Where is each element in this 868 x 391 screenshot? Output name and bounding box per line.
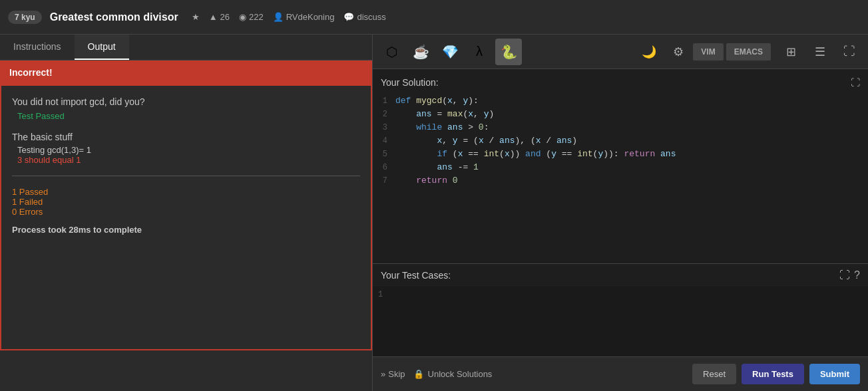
test1-status: Test Passed [17, 111, 360, 121]
page-title: Greatest common divisor [50, 11, 178, 23]
left-panel: Instructions Output Incorrect! You did n… [0, 35, 373, 391]
right-panel: ⬡ ☕ 💎 λ 🐍 🌙 ⚙ VIM EMACS ⊞ ☰ ⛶ Your Solut [373, 35, 868, 391]
test-cases-label: Your Test Cases: [381, 270, 451, 281]
fullscreen-icon[interactable]: ⛶ [836, 39, 863, 65]
run-tests-button[interactable]: Run Tests [742, 364, 804, 384]
line-content-2: ans = max(x, y) [395, 109, 494, 119]
unlock-label: Unlock Solutions [428, 369, 493, 379]
output-area: Incorrect! You did not import gcd, did y… [0, 61, 372, 391]
upvote-item: ▲ 26 [209, 12, 230, 22]
line-num-1: 1 [375, 96, 395, 106]
line-num-4: 4 [375, 136, 395, 146]
skip-arrows-icon: » [381, 369, 385, 379]
line-content-6: ans -= 1 [395, 162, 479, 172]
solution-header: Your Solution: ⛶ [373, 74, 868, 93]
output-content: You did not import gcd, did you? Test Pa… [0, 84, 372, 350]
skip-label: Skip [388, 369, 405, 379]
right-buttons: Reset Run Tests Submit [692, 364, 860, 384]
lock-icon: 🔒 [413, 369, 424, 379]
coffeescript-icon[interactable]: ☕ [407, 39, 434, 65]
line-content-5: if (x == int(x)) and (y == int(y)): retu… [395, 149, 676, 159]
tab-output[interactable]: Output [75, 35, 129, 60]
code-line-2: 2 ans = max(x, y) [373, 109, 868, 122]
line-content-1: def mygcd(x, y): [395, 96, 479, 106]
circle-count: 222 [249, 12, 264, 22]
discuss-icon: 💬 [343, 12, 354, 22]
tc-line-container: 1 [373, 287, 868, 356]
line-num-7: 7 [375, 176, 395, 186]
haskell-icon[interactable]: λ [466, 39, 493, 65]
meta-bar: ★ ▲ 26 ◉ 222 👤 RVdeKoning 💬 discuss [192, 12, 386, 22]
test2-sub: Testing gcd(1,3)= 1 [17, 145, 360, 155]
test-group-2: The basic stuff Testing gcd(1,3)= 1 3 sh… [12, 132, 360, 165]
upvote-count: 26 [220, 12, 230, 22]
code-section: Your Solution: ⛶ 1 def mygcd(x, y): 2 an… [373, 69, 868, 263]
top-bar: 7 kyu Greatest common divisor ★ ▲ 26 ◉ 2… [0, 0, 868, 35]
code-line-5: 5 if (x == int(x)) and (y == int(y)): re… [373, 149, 868, 162]
code-line-4: 4 x, y = (x / ans), (x / ans) [373, 136, 868, 149]
layout-icons: ⊞ ☰ ⛶ [777, 39, 863, 65]
star-item[interactable]: ★ [192, 12, 200, 22]
vim-mode-button[interactable]: VIM [693, 43, 723, 61]
line-num-3: 3 [375, 122, 395, 132]
unlock-solutions-button[interactable]: 🔒 Unlock Solutions [413, 369, 493, 379]
ruby-icon[interactable]: 💎 [437, 39, 463, 65]
solution-label: Your Solution: [381, 77, 439, 88]
stats-block: 1 Passed 1 Failed 0 Errors [12, 187, 360, 217]
tc-line-num: 1 [373, 287, 391, 299]
process-time: Process took 28ms to complete [12, 225, 360, 235]
stat-errors: 0 Errors [12, 207, 360, 217]
tool-bar: ⬡ ☕ 💎 λ 🐍 🌙 ⚙ VIM EMACS ⊞ ☰ ⛶ [373, 35, 868, 69]
test-group-1: You did not import gcd, did you? Test Pa… [12, 96, 360, 121]
line-content-4: x, y = (x / ans), (x / ans) [395, 136, 577, 146]
test-cases-expand-icon[interactable]: ⛶ [839, 269, 850, 281]
expand-icon[interactable]: ⛶ [851, 77, 860, 88]
test2-error: 3 should equal 1 [17, 155, 360, 165]
line-num-6: 6 [375, 162, 395, 172]
main-layout: Instructions Output Incorrect! You did n… [0, 35, 868, 391]
test-cases-section: Your Test Cases: ⛶ ? 1 [373, 263, 868, 356]
reset-button[interactable]: Reset [692, 364, 736, 384]
upvote-icon: ▲ [209, 12, 218, 22]
test1-title: You did not import gcd, did you? [12, 96, 360, 107]
split-layout-icon[interactable]: ⊞ [777, 39, 804, 65]
discuss-item[interactable]: 💬 discuss [343, 12, 385, 22]
code-line-6: 6 ans -= 1 [373, 162, 868, 176]
lang-icons: ⬡ ☕ 💎 λ 🐍 [378, 39, 522, 65]
user-item[interactable]: 👤 RVdeKoning [273, 12, 335, 22]
divider [12, 176, 360, 176]
line-content-7: return 0 [395, 176, 458, 186]
line-num-5: 5 [375, 149, 395, 159]
discuss-label: discuss [357, 12, 385, 22]
python-icon[interactable]: 🐍 [495, 39, 522, 65]
test-cases-icons: ⛶ ? [839, 269, 860, 281]
nodejs-icon[interactable]: ⬡ [378, 39, 405, 65]
moon-icon[interactable]: 🌙 [636, 39, 662, 65]
incorrect-banner: Incorrect! [0, 61, 372, 84]
test2-title: The basic stuff [12, 132, 360, 142]
list-layout-icon[interactable]: ☰ [807, 39, 833, 65]
test-cases-input[interactable] [391, 287, 868, 332]
circle-icon: ◉ [239, 12, 246, 22]
code-line-3: 3 while ans > 0: [373, 122, 868, 136]
user-icon: 👤 [273, 12, 284, 22]
tab-instructions[interactable]: Instructions [0, 35, 75, 60]
tabs-bar: Instructions Output [0, 35, 372, 61]
theme-icons: 🌙 ⚙ [636, 39, 692, 65]
stat-failed: 1 Failed [12, 197, 360, 207]
skip-button[interactable]: » Skip [381, 369, 405, 379]
gear-icon[interactable]: ⚙ [665, 39, 692, 65]
submit-button[interactable]: Submit [809, 364, 860, 384]
test-cases-help-icon[interactable]: ? [854, 269, 860, 281]
bottom-bar: » Skip 🔒 Unlock Solutions Reset Run Test… [373, 356, 868, 391]
kyu-badge: 7 kyu [8, 11, 42, 24]
username: RVdeKoning [286, 12, 335, 22]
line-content-3: while ans > 0: [395, 122, 489, 132]
test-cases-header: Your Test Cases: ⛶ ? [373, 264, 868, 287]
circle-item: ◉ 222 [239, 12, 264, 22]
stat-passed: 1 Passed [12, 187, 360, 197]
code-line-7: 7 return 0 [373, 176, 868, 189]
code-editor[interactable]: 1 def mygcd(x, y): 2 ans = max(x, y) 3 w… [373, 93, 868, 258]
emacs-mode-button[interactable]: EMACS [726, 43, 771, 61]
code-line-1: 1 def mygcd(x, y): [373, 96, 868, 109]
